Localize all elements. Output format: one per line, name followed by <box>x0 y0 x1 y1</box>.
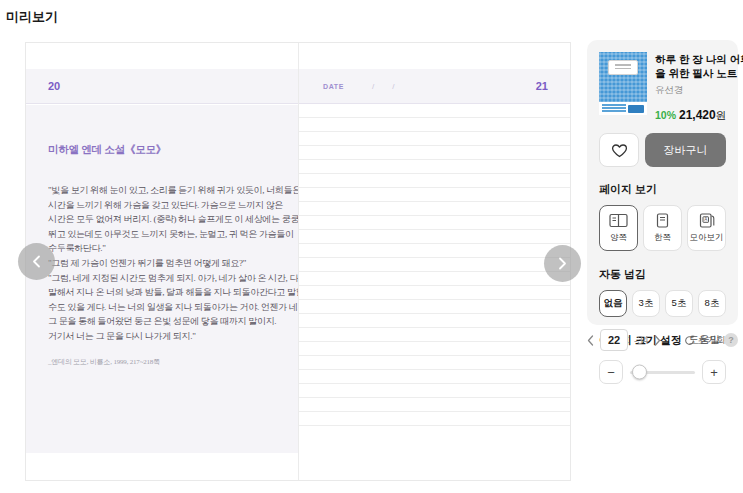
heart-icon <box>611 143 628 158</box>
auto-flip-option-8s[interactable]: 8초 <box>698 290 726 317</box>
price-row: 10%21,420원 <box>655 108 726 123</box>
view-option-both-pages[interactable]: 양쪽 <box>599 205 638 251</box>
both-pages-icon <box>609 213 628 228</box>
quote-line: "빛을 보기 위해 눈이 있고, 소리를 듣기 위해 귀가 있듯이, 너희들은 <box>48 183 276 198</box>
cover-label-box <box>608 60 638 75</box>
image-size-slider-track[interactable] <box>630 371 695 374</box>
book-author: 유선경 <box>655 84 726 97</box>
book-title-line2: 을 위한 필사 노트 <box>655 66 726 80</box>
quote-line: 말해서 지나 온 너의 낮과 밤들, 달과 해들을 지나 되돌아간다고 말할 <box>48 285 276 300</box>
help-label: 도움말 <box>689 333 721 347</box>
left-page-body: 미하엘 엔데 소설《모모》 "빛을 보기 위해 눈이 있고, 소리를 듣기 위해… <box>26 105 298 453</box>
quote-line: 수도 있을 게다. 너는 너의 일생을 지나 되돌아가는 거야. 언젠가 네가 <box>48 300 276 315</box>
chevron-right-icon <box>558 257 567 270</box>
pagination-prev-button[interactable] <box>587 335 594 346</box>
zoom-out-button[interactable]: − <box>599 360 623 384</box>
cover-strip-text <box>602 104 626 113</box>
quote-line: "그럼 제 가슴이 언젠가 뛰기를 멈추면 어떻게 돼요?" <box>48 256 276 271</box>
price-unit: 원 <box>716 109 727 121</box>
chevron-left-icon <box>32 255 41 268</box>
ruled-lines-area <box>299 104 570 428</box>
add-to-cart-button[interactable]: 장바구니 <box>645 133 726 167</box>
right-page-number: 21 <box>536 80 548 92</box>
pagination-row: 22 -34 도움말 ? <box>587 329 738 351</box>
view-option-label: 모아보기 <box>690 232 724 244</box>
page-title: 미리보기 <box>6 8 58 26</box>
auto-flip-option-5s[interactable]: 5초 <box>665 290 693 317</box>
quote-line: 뛰고 있는데도 아무것도 느끼지 못하는, 눈멀고, 귀 먹은 가슴들이 <box>48 227 276 242</box>
quote-block: "빛을 보기 위해 눈이 있고, 소리를 듣기 위해 귀가 있듯이, 너희들은 … <box>48 183 276 344</box>
view-option-label: 양쪽 <box>610 232 627 244</box>
right-page: DATE / / 21 <box>299 43 570 480</box>
quote-line: 거기서 너는 그 문을 다시 나가게 되지." <box>48 329 276 344</box>
view-option-single-page[interactable]: 한쪽 <box>643 205 682 251</box>
quote-citation: _엔데의 모모, 비룡소, 1999, 217~218쪽 <box>48 357 276 367</box>
page-total: -34 <box>634 335 648 346</box>
action-buttons-row: 장바구니 <box>599 133 726 167</box>
quote-line: "그럼, 네게 지정된 시간도 멈추게 되지. 아가, 네가 살아 온 시간, … <box>48 271 276 286</box>
prev-page-button[interactable] <box>18 243 55 280</box>
thumbnail-view-icon: A <box>699 213 715 228</box>
page-view-section-label: 페이지 보기 <box>599 182 726 197</box>
left-page-header-band: 20 <box>26 69 298 104</box>
chevron-right-icon <box>654 335 661 346</box>
cover-strip-image <box>628 105 644 113</box>
price-amount: 21,420 <box>679 108 716 122</box>
help-question-icon: ? <box>724 333 738 347</box>
book-spread-preview: 20 미하엘 엔데 소설《모모》 "빛을 보기 위해 눈이 있고, 소리를 듣기… <box>25 42 571 481</box>
quote-line: 시간을 느끼기 위해 가슴을 갖고 있단다. 가슴으로 느끼지 않은 <box>48 198 276 213</box>
next-page-button[interactable] <box>544 245 581 282</box>
date-slash: / <box>392 82 394 91</box>
preview-screen: 미리보기 20 미하엘 엔데 소설《모모》 "빛을 보기 위해 눈이 있고, 소… <box>0 0 743 493</box>
book-info-row: 하루 한 장 나의 어휘력 을 위한 필사 노트 유선경 10%21,420원 <box>599 52 726 123</box>
book-info: 하루 한 장 나의 어휘력 을 위한 필사 노트 유선경 10%21,420원 <box>655 52 726 123</box>
view-option-label: 한쪽 <box>654 232 671 244</box>
page-view-options: 양쪽 한쪽 A 모아보기 <box>599 205 726 251</box>
wishlist-button[interactable] <box>599 133 639 167</box>
auto-flip-option-3s[interactable]: 3초 <box>632 290 660 317</box>
help-link[interactable]: 도움말 ? <box>689 333 739 347</box>
discount-rate: 10% <box>655 109 676 121</box>
quote-line: 수두룩하단다." <box>48 241 276 256</box>
view-option-thumbnail-grid[interactable]: A 모아보기 <box>687 205 726 251</box>
auto-flip-section-label: 자동 넘김 <box>599 267 726 282</box>
page-number-input[interactable]: 22 <box>600 329 628 351</box>
chevron-left-icon <box>587 335 594 346</box>
zoom-in-button[interactable]: + <box>702 360 726 384</box>
date-label: DATE <box>323 83 344 90</box>
image-size-slider-row: − + <box>599 360 726 384</box>
book-cover-thumbnail[interactable] <box>599 52 647 115</box>
settings-panel: 하루 한 장 나의 어휘력 을 위한 필사 노트 유선경 10%21,420원 … <box>587 40 738 325</box>
auto-flip-option-none[interactable]: 없음 <box>599 290 627 317</box>
cover-bottom-strip <box>599 102 647 115</box>
quote-line: 시간은 모두 없어져 버리지. (중략) 허나 슬프게도 이 세상에는 쿵쿵 <box>48 212 276 227</box>
left-page-number: 20 <box>48 80 60 92</box>
auto-flip-options: 없음 3초 5초 8초 <box>599 290 726 317</box>
quote-line: 그 문을 통해 들어왔던 둥근 은빛 성문에 닿을 때까지 말이지. <box>48 314 276 329</box>
pagination-next-button[interactable] <box>654 335 661 346</box>
book-title-line1: 하루 한 장 나의 어휘력 <box>655 52 726 66</box>
left-page: 20 미하엘 엔데 소설《모모》 "빛을 보기 위해 눈이 있고, 소리를 듣기… <box>26 43 298 480</box>
date-slash: / <box>372 82 374 91</box>
image-size-slider-handle[interactable] <box>632 365 647 380</box>
right-page-header-band: DATE / / 21 <box>299 69 570 104</box>
single-page-icon <box>656 213 669 228</box>
left-page-heading: 미하엘 엔데 소설《모모》 <box>48 143 276 157</box>
